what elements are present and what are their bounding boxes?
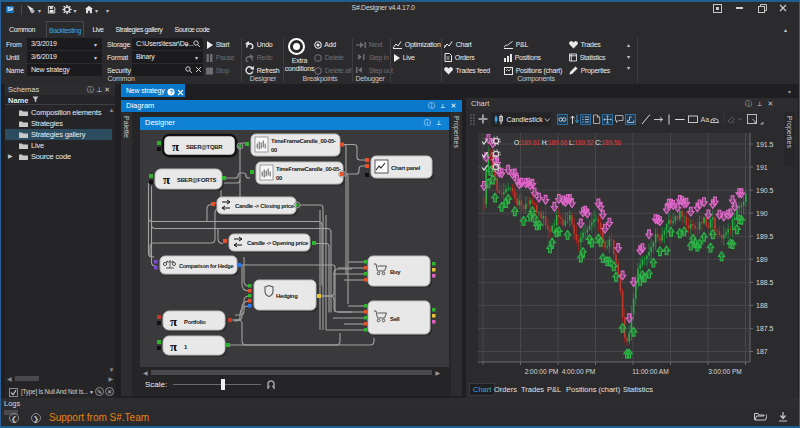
- svg-text:Aa: Aa: [701, 116, 710, 123]
- svg-text:O:189.61 H:189.66 L:189.52: O:189.61 H:189.66 L:189.52 C:189.56: [514, 139, 621, 146]
- svg-text:191: 191: [756, 164, 768, 171]
- svg-text:191.5: 191.5: [756, 141, 774, 148]
- svg-text:SBER@FORTS: SBER@FORTS: [177, 177, 216, 183]
- svg-text:?: ?: [170, 89, 174, 95]
- svg-text:Chart panel: Chart panel: [391, 165, 421, 171]
- svg-text:11:00:00 AM: 11:00:00 AM: [632, 368, 669, 375]
- svg-text:2:00:00 PM: 2:00:00 PM: [525, 368, 559, 375]
- svg-text:Candle -> Closing price: Candle -> Closing price: [235, 203, 295, 209]
- svg-text:Sell: Sell: [390, 316, 400, 322]
- svg-text:189: 189: [756, 256, 768, 263]
- svg-text:190.5: 190.5: [756, 187, 774, 194]
- svg-text:190: 190: [756, 210, 768, 217]
- svg-text:Candlestick: Candlestick: [507, 116, 544, 123]
- svg-text:TimeFrameCandle_00-05-: TimeFrameCandle_00-05-: [276, 166, 341, 172]
- svg-text:TimeFrameCandle_00-05-: TimeFrameCandle_00-05-: [271, 138, 336, 144]
- svg-text:4:00:00 PM: 4:00:00 PM: [562, 368, 596, 375]
- svg-text:00: 00: [276, 175, 283, 181]
- svg-text:3:00:00 PM: 3:00:00 PM: [708, 368, 742, 375]
- svg-text:187.5: 187.5: [756, 325, 774, 332]
- svg-text:Buy: Buy: [390, 269, 401, 275]
- svg-text:00: 00: [271, 147, 278, 153]
- svg-text:Hedging: Hedging: [276, 293, 298, 299]
- svg-text:187: 187: [756, 348, 768, 355]
- svg-text:Portfolio: Portfolio: [184, 319, 206, 325]
- svg-text:Candle -> Opening price: Candle -> Opening price: [247, 240, 309, 246]
- svg-text:188: 188: [756, 302, 768, 309]
- svg-text:SBER@TQBR: SBER@TQBR: [186, 144, 223, 150]
- svg-text:188.5: 188.5: [756, 279, 774, 286]
- svg-text:189.5: 189.5: [756, 233, 774, 240]
- svg-text:Comparison for Hedge: Comparison for Hedge: [179, 263, 233, 269]
